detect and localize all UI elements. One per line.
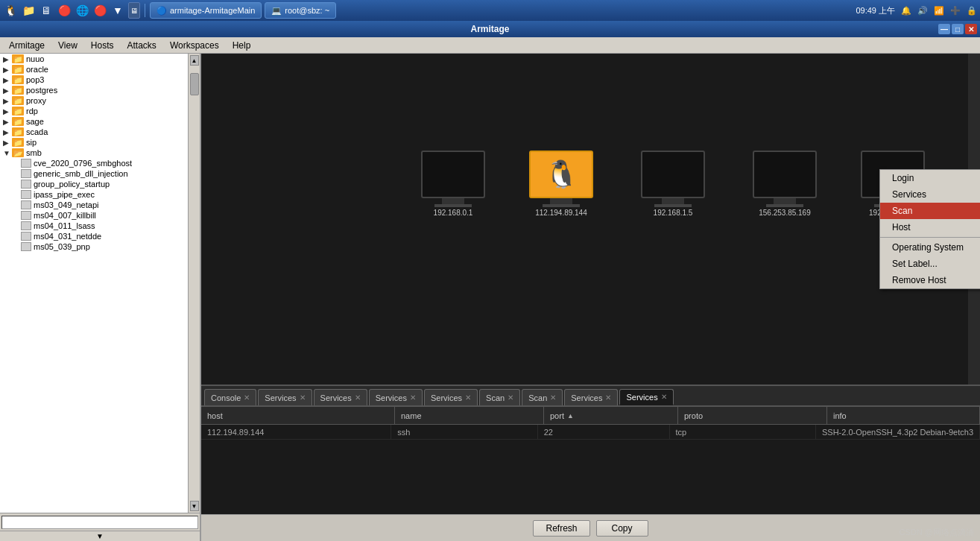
tree-item-file-8[interactable]: ms04_031_netdde bbox=[0, 231, 188, 241]
context-menu-login[interactable]: Login ▶ bbox=[880, 170, 980, 186]
tab-close-icon[interactable]: ✕ bbox=[465, 393, 471, 402]
tab-close-icon[interactable]: ✕ bbox=[550, 393, 556, 402]
tab-scan-2[interactable]: Scan ✕ bbox=[522, 389, 563, 405]
close-button[interactable]: ✕ bbox=[965, 24, 977, 34]
menu-help[interactable]: Help bbox=[227, 39, 257, 52]
taskbar-icon-5[interactable]: 🔴 bbox=[92, 3, 107, 18]
toggle-arrow: ▼ bbox=[96, 532, 104, 540]
taskbar-app-armitage[interactable]: 🔵 armitage-ArmitageMain bbox=[150, 2, 262, 19]
tree-item-scada[interactable]: ▶ 📁 scada bbox=[0, 127, 188, 137]
tree-label: smb bbox=[26, 148, 42, 157]
taskbar-icon-3[interactable]: 🔴 bbox=[57, 3, 72, 18]
tree-item-nuuo[interactable]: ▶ 📁 nuuo bbox=[0, 54, 188, 64]
screen-base bbox=[766, 204, 803, 207]
tree-label: sage bbox=[26, 117, 44, 126]
tree-item-file-5[interactable]: ms03_049_netapi bbox=[0, 200, 188, 210]
scroll-up-btn[interactable]: ▲ bbox=[190, 55, 199, 66]
tree-label: scada bbox=[26, 127, 48, 136]
th-proto[interactable]: proto bbox=[678, 407, 827, 424]
tab-services-2[interactable]: Services ✕ bbox=[314, 389, 367, 405]
host-ip-4: 156.253.85.169 bbox=[759, 209, 811, 217]
tab-services-4[interactable]: Services ✕ bbox=[424, 389, 478, 405]
tab-close-icon[interactable]: ✕ bbox=[244, 393, 250, 402]
left-panel: ▶ 📁 nuuo ▶ 📁 oracle ▶ 📁 pop3 ▶ 📁 bbox=[0, 54, 201, 541]
host-screen-1 bbox=[421, 151, 485, 198]
tree-item-smb[interactable]: ▼ 📂 smb bbox=[0, 148, 188, 158]
context-menu-services[interactable]: Services bbox=[880, 186, 980, 203]
tree-item-sip[interactable]: ▶ 📁 sip bbox=[0, 137, 188, 148]
tree-scrollbar[interactable]: ▲ ▼ bbox=[188, 54, 200, 513]
tree-item-sage[interactable]: ▶ 📁 sage bbox=[0, 116, 188, 127]
taskbar-app-icon[interactable]: 🖥 bbox=[128, 2, 140, 19]
tab-close-icon[interactable]: ✕ bbox=[661, 393, 667, 401]
taskbar-icon-6[interactable]: ▼ bbox=[110, 3, 125, 18]
screen-stand bbox=[662, 198, 684, 204]
menu-view[interactable]: View bbox=[52, 39, 83, 52]
taskbar-icon-2[interactable]: 🖥 bbox=[39, 3, 54, 18]
file-icon bbox=[21, 169, 31, 178]
menu-hosts[interactable]: Hosts bbox=[85, 39, 120, 52]
tab-services-3[interactable]: Services ✕ bbox=[369, 389, 423, 405]
copy-button[interactable]: Copy bbox=[596, 520, 648, 537]
folder-icon: 📁 bbox=[12, 96, 24, 105]
tree-item-postgres[interactable]: ▶ 📁 postgres bbox=[0, 85, 188, 95]
taskbar-icon-1[interactable]: 📁 bbox=[21, 3, 36, 18]
tab-close-icon[interactable]: ✕ bbox=[355, 393, 361, 402]
maximize-button[interactable]: □ bbox=[952, 24, 964, 34]
tree-item-file-4[interactable]: ipass_pipe_exec bbox=[0, 189, 188, 200]
tree-item-rdp[interactable]: ▶ 📁 rdp bbox=[0, 106, 188, 116]
tab-console[interactable]: Console ✕ bbox=[204, 389, 256, 405]
tab-close-icon[interactable]: ✕ bbox=[300, 393, 306, 402]
taskbar-app-terminal[interactable]: 💻 root@sbz: ~ bbox=[265, 2, 336, 19]
tree-item-pop3[interactable]: ▶ 📁 pop3 bbox=[0, 75, 188, 85]
th-info[interactable]: info bbox=[827, 407, 980, 424]
scroll-down-btn[interactable]: ▼ bbox=[190, 501, 199, 511]
search-input[interactable] bbox=[1, 516, 198, 529]
screen-stand bbox=[550, 198, 572, 204]
scroll-thumb[interactable] bbox=[190, 73, 199, 95]
tree-item-file-2[interactable]: generic_smb_dll_injection bbox=[0, 168, 188, 179]
host-node-3[interactable]: 192.168.1.5 bbox=[641, 151, 705, 217]
tab-services-active[interactable]: Services ✕ bbox=[619, 389, 673, 405]
menu-armitage[interactable]: Armitage bbox=[3, 39, 51, 52]
tree-item-file-1[interactable]: cve_2020_0796_smbghost bbox=[0, 158, 188, 168]
folder-icon: 📁 bbox=[12, 127, 24, 136]
tree-label: ms04_011_lsass bbox=[34, 221, 95, 230]
tree-item-file-3[interactable]: group_policy_startup bbox=[0, 179, 188, 189]
host-node-1[interactable]: 192.168.0.1 bbox=[421, 151, 485, 217]
tab-services-5[interactable]: Services ✕ bbox=[564, 389, 618, 405]
host-label: Host bbox=[892, 222, 911, 232]
tree-item-oracle[interactable]: ▶ 📁 oracle bbox=[0, 64, 188, 75]
menu-workspaces[interactable]: Workspaces bbox=[164, 39, 225, 52]
tree-item-file-6[interactable]: ms04_007_killbill bbox=[0, 210, 188, 221]
th-name[interactable]: name bbox=[395, 407, 544, 424]
tree-item-file-9[interactable]: ms05_039_pnp bbox=[0, 241, 188, 252]
context-menu-scan[interactable]: Scan bbox=[880, 203, 980, 219]
tab-close-icon[interactable]: ✕ bbox=[605, 393, 611, 402]
th-port[interactable]: port ▲ bbox=[544, 407, 678, 424]
minimize-button[interactable]: — bbox=[938, 24, 950, 34]
start-icon[interactable]: 🐧 bbox=[3, 3, 18, 18]
tree-item-proxy[interactable]: ▶ 📁 proxy bbox=[0, 95, 188, 106]
panel-toggle[interactable]: ▼ bbox=[0, 531, 200, 541]
tab-scan-1[interactable]: Scan ✕ bbox=[479, 389, 520, 405]
taskbar-icon-4[interactable]: 🌐 bbox=[75, 3, 89, 18]
tree-item-file-7[interactable]: ms04_011_lsass bbox=[0, 221, 188, 231]
host-node-2[interactable]: 🐧 112.194.89.144 bbox=[529, 151, 593, 217]
tab-close-icon[interactable]: ✕ bbox=[508, 393, 513, 402]
th-host[interactable]: host bbox=[201, 407, 395, 424]
folder-icon: 📁 bbox=[12, 138, 24, 147]
refresh-button[interactable]: Refresh bbox=[533, 520, 589, 537]
table-row[interactable]: 112.194.89.144 ssh 22 tcp SSH-2.0-OpenSS… bbox=[201, 425, 980, 440]
context-menu-host[interactable]: Host ▶ bbox=[880, 219, 980, 235]
bottom-buttons: Refresh Copy bbox=[201, 514, 980, 541]
host-node-4[interactable]: 156.253.85.169 bbox=[753, 151, 817, 217]
menu-attacks[interactable]: Attacks bbox=[121, 39, 162, 52]
context-menu-remove[interactable]: Remove Host bbox=[880, 272, 980, 288]
tab-close-icon[interactable]: ✕ bbox=[410, 393, 416, 402]
taskbar-top: 🐧 📁 🖥 🔴 🌐 🔴 ▼ 🖥 🔵 armitage-ArmitageMain … bbox=[0, 0, 980, 21]
tab-services-1[interactable]: Services ✕ bbox=[258, 389, 312, 405]
context-menu-setlabel[interactable]: Set Label... bbox=[880, 256, 980, 272]
tab-label: Services bbox=[626, 393, 657, 402]
context-menu-os[interactable]: Operating System ▶ bbox=[880, 239, 980, 256]
